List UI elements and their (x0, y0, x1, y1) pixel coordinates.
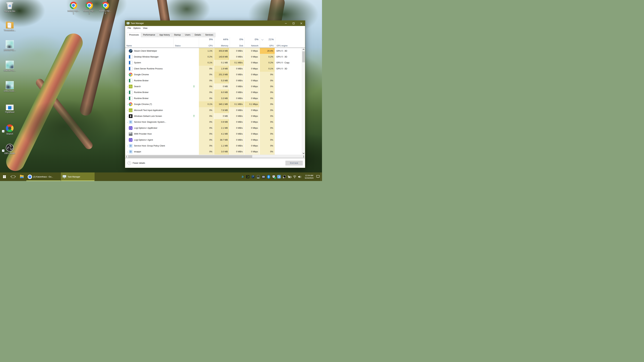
vertical-scrollbar-thumb[interactable] (302, 51, 305, 62)
bluetooth-tray-icon[interactable] (267, 175, 271, 179)
process-row[interactable]: Logi Options+ Agent0%38.7 MB0 MB/s0 Mbps… (125, 137, 302, 143)
column-header-gpu[interactable]: 21%GPU (260, 37, 275, 48)
expand-chevron-icon[interactable]: › (126, 91, 128, 94)
scroll-up-icon[interactable] (302, 48, 305, 51)
expand-chevron-icon[interactable]: › (126, 103, 128, 106)
process-row[interactable]: ›⚙Service Host: Group Policy Client0%1.1… (125, 143, 302, 149)
process-row[interactable]: ›Runtime Broker0%5.3 MB0 MB/s0 Mbps0% (125, 78, 302, 83)
display-device-tray-icon[interactable] (262, 175, 266, 179)
minimize-button[interactable] (282, 21, 290, 26)
volume-tray-icon[interactable] (298, 175, 302, 179)
process-row[interactable]: WMI Provider Host0%4.1 MB0 MB/s0 Mbps0% (125, 131, 302, 137)
expand-chevron-icon[interactable]: › (126, 115, 128, 117)
menu-file[interactable]: File (126, 27, 132, 29)
tab-app-history[interactable]: App history (157, 33, 172, 37)
column-header-memory[interactable]: 44%Memory (214, 37, 230, 48)
steam-tray-icon[interactable] (251, 175, 255, 179)
clock-date: 5/24/2024 (305, 177, 314, 179)
desktop-icon-flipwheel[interactable]: FlipWheel (0, 105, 19, 113)
column-header-disk[interactable]: 0%Disk (230, 37, 244, 48)
expand-chevron-icon[interactable]: › (126, 144, 128, 147)
tab-users[interactable]: Users (183, 33, 193, 37)
close-button[interactable] (297, 21, 305, 26)
taskbar-item-label: (2) Katzenhaus - Go... (33, 176, 53, 178)
process-row[interactable]: ›Microsoft Text Input Application0%7.8 M… (125, 107, 302, 113)
desktop-icon-throttlesto-[interactable]: ThrottleSto... (0, 22, 19, 32)
desktop-icon-106038751-[interactable]: 106038751... (0, 40, 19, 51)
process-row[interactable]: Google Chrome0%201.3 MB0 MB/s0 Mbps0% (125, 72, 302, 78)
taskbar-item-chrome[interactable]: (2) Katzenhaus - Go... (26, 172, 61, 181)
expand-chevron-icon[interactable]: › (126, 97, 128, 99)
process-row[interactable]: ›Runtime Broker0%3.3 MB0 MB/s0 Mbps0% (125, 95, 302, 101)
process-row[interactable]: ›Runtime Broker0%6.0 MB0 MB/s0 Mbps0% (125, 89, 302, 95)
taskbar-clock[interactable]: 12:04 AM 5/24/2024 (303, 172, 315, 181)
desktop-icon-106038751-[interactable]: 106038751... (0, 61, 19, 72)
task-view-button[interactable] (9, 172, 18, 181)
process-name-cell: System (125, 60, 174, 66)
maximize-button[interactable] (290, 21, 297, 26)
expand-chevron-icon[interactable]: › (126, 121, 128, 123)
gpu-cell: 0% (260, 137, 275, 143)
scroll-down-icon[interactable] (302, 152, 305, 155)
vertical-scrollbar[interactable] (302, 48, 305, 155)
windows-security-tray-icon[interactable]: ✓ (272, 175, 276, 179)
desktop-icon-battery-report-3[interactable]: battery-rep...3 (96, 2, 115, 15)
horizontal-scrollbar-thumb[interactable] (128, 155, 252, 158)
process-row[interactable]: Logi Options+ AppBroker0%2.1 MB0 MB/s0 M… (125, 125, 302, 131)
process-row[interactable]: ›Google Chrome (7)0.1%340.1 MB0.1 MB/s0.… (125, 101, 302, 107)
nvidia-tray-icon[interactable] (246, 175, 250, 179)
process-row[interactable]: ›⚙Service Host: Diagnostic System...0%0.… (125, 119, 302, 125)
gpu-cell: 0% (260, 107, 275, 113)
process-row[interactable]: Client Server Runtime Process0%1.9 MB0 M… (125, 66, 302, 71)
desktop-icon-sharex[interactable]: ↗ShareX (0, 124, 19, 135)
process-row[interactable]: ›Search0%0 MB0 MB/s0 Mbps0% (125, 83, 302, 89)
end-task-button[interactable]: End task (286, 161, 303, 165)
menu-view[interactable]: View (142, 27, 148, 29)
wifi-tray-icon[interactable] (293, 175, 297, 179)
desktop-icon-obs-studio[interactable]: ↗OBS Studio (0, 144, 19, 155)
show-desktop-button[interactable] (321, 172, 322, 181)
desktop-icon-109123183-[interactable]: 109123183... (0, 81, 19, 92)
device-pad-tray-icon[interactable] (256, 175, 260, 179)
column-header-status[interactable]: Status (174, 37, 199, 48)
tab-details[interactable]: Details (192, 33, 203, 37)
expand-chevron-icon[interactable]: › (126, 109, 128, 111)
fewer-details-toggle[interactable]: Fewer details (128, 161, 145, 165)
horizontal-scrollbar[interactable]: ❬ ❭ (125, 155, 305, 158)
process-row[interactable]: ›Windows Default Lock Screen0%0 MB0 MB/s… (125, 113, 302, 119)
menu-options[interactable]: Options (132, 27, 142, 29)
process-row[interactable]: System0.1%0.1 MB0.1 MB/s0 Mbps0.2%GPU 0 … (125, 60, 302, 66)
column-header-gpu-engine[interactable]: GPU engine (275, 37, 302, 48)
process-row[interactable]: Steam Client WebHelper1.1%303.8 MB0 MB/s… (125, 48, 302, 54)
start-button[interactable] (0, 172, 9, 181)
action-center-button[interactable] (315, 172, 321, 181)
status-cell (174, 113, 199, 119)
tab-services[interactable]: Services (203, 33, 216, 37)
gpu-cell: 0% (260, 83, 275, 89)
memory-cell: 201.3 MB (214, 72, 230, 78)
battery-plug-tray-icon[interactable] (288, 175, 292, 179)
column-header-network[interactable]: 0%Network (244, 37, 260, 48)
expand-chevron-icon[interactable]: › (126, 150, 128, 153)
tab-processes[interactable]: Processes (127, 32, 141, 37)
gpu-cell: 0% (260, 125, 275, 131)
title-bar[interactable]: Task Manager (125, 21, 305, 26)
expand-chevron-icon[interactable]: › (126, 79, 128, 82)
scroll-left-icon[interactable]: ❬ (125, 155, 128, 158)
gpu-engine-cell (275, 113, 302, 119)
column-header-name[interactable]: Name (125, 37, 174, 48)
bing-tray-icon[interactable]: b (241, 175, 245, 179)
taskbar-item-task-manager[interactable]: Task Manager (61, 172, 94, 181)
scroll-right-icon[interactable]: ❭ (302, 155, 305, 158)
process-row[interactable]: ›⚙wsappx0%3.0 MB0 MB/s0 Mbps0% (125, 149, 302, 155)
tab-performance[interactable]: Performance (141, 33, 157, 37)
speaker-device-tray-icon[interactable] (282, 175, 286, 179)
column-header-cpu[interactable]: 9%CPU (199, 37, 214, 48)
file-explorer-button[interactable] (18, 172, 26, 181)
network-cell: 0 Mbps (244, 72, 260, 78)
tab-startup[interactable]: Startup (172, 33, 183, 37)
desktop-icon-recycle-bin[interactable]: ♻Recycle Bin (0, 2, 19, 12)
intel-graphics-tray-icon[interactable]: intel (277, 175, 281, 179)
expand-chevron-icon[interactable]: › (126, 85, 128, 88)
process-row[interactable]: Desktop Window Manager0.2%143.6 MB0 MB/s… (125, 54, 302, 60)
